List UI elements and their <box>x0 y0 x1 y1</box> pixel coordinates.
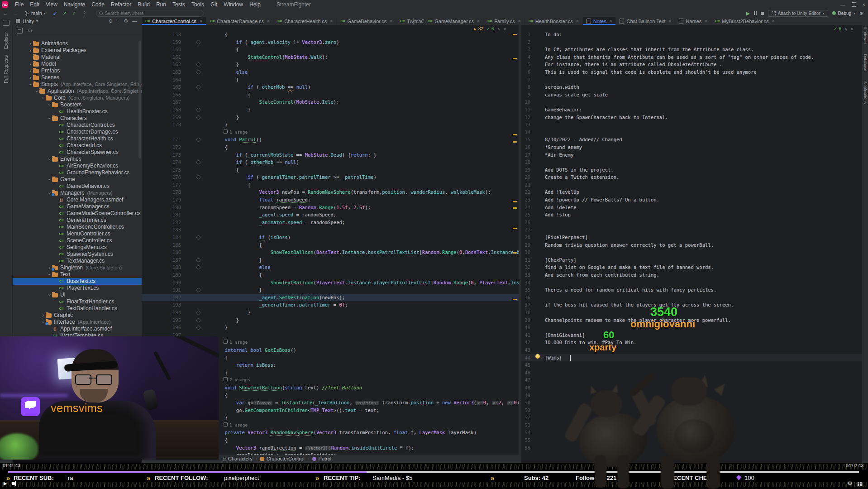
tree-item-enemies[interactable]: ›Enemies <box>12 156 142 163</box>
overlay-settings-icon[interactable]: ⚙ <box>847 480 853 487</box>
panel-settings-icon[interactable]: ⚙ <box>124 18 128 24</box>
tool-window-icon[interactable] <box>3 20 10 26</box>
tool-tab-pull-requests[interactable]: Pull Requests <box>4 55 9 83</box>
tab-close-icon[interactable]: × <box>610 19 612 24</box>
menu-window[interactable]: Window <box>220 1 246 8</box>
breadcrumb-item-charactercontrol[interactable]: CharacterControl <box>260 456 305 461</box>
menu-tests[interactable]: Tests <box>169 1 188 8</box>
menu-build[interactable]: Build <box>134 1 153 8</box>
tree-item-model[interactable]: ›Model <box>12 61 142 67</box>
maximize-icon[interactable] <box>852 2 856 7</box>
run-icon[interactable]: ▶ <box>746 11 750 16</box>
project-scrollbar[interactable] <box>138 41 141 158</box>
tree-item-scripts[interactable]: ›Scripts(App.Interface, Core.Singleton, … <box>12 81 142 88</box>
tree-item-textmanager-cs[interactable]: ›C#TextManager.cs <box>12 258 142 264</box>
tab-names[interactable]: Names× <box>675 17 711 25</box>
tree-item-floattexthandler-cs[interactable]: ›C#FloatTextHandler.cs <box>12 298 142 305</box>
tab-close-icon[interactable]: × <box>200 19 202 24</box>
tree-item-animations[interactable]: ›Animations <box>12 40 142 47</box>
push-icon[interactable]: ↗ <box>62 10 67 16</box>
tree-item-text[interactable]: ›Text <box>12 271 142 278</box>
tool-tab-explorer[interactable]: Explorer <box>4 32 9 49</box>
tree-item-characterid-cs[interactable]: ›C#CharacterId.cs <box>12 142 142 149</box>
stop-icon[interactable] <box>761 12 764 15</box>
locate-icon[interactable]: ⊙ <box>109 18 113 24</box>
tree-item-characters[interactable]: ›Characters <box>12 115 142 122</box>
overlay-grid-icon[interactable] <box>858 482 862 486</box>
tab-characterhealth-cs[interactable]: C#CharacterHealth.cs× <box>274 17 337 25</box>
tree-item-prefabs[interactable]: ›Prefabs <box>12 67 142 74</box>
tree-item-ui[interactable]: ›Ui <box>12 292 142 298</box>
scratches-icon[interactable] <box>17 28 23 34</box>
project-panel-header[interactable]: Unity ▾ ⊙ ÷ ⚙ — <box>12 17 142 25</box>
collapse-all-icon[interactable]: ÷ <box>117 18 119 24</box>
hide-panel-icon[interactable]: — <box>132 18 137 24</box>
tab-gamemanager-cs[interactable]: C#GameManager.cs× <box>424 17 484 25</box>
tree-item-material[interactable]: ›Material <box>12 54 142 61</box>
close-icon[interactable]: × <box>863 2 865 7</box>
tab-close-icon[interactable]: × <box>267 19 270 24</box>
menu-git[interactable]: Git <box>207 1 220 8</box>
menu-view[interactable]: View <box>43 1 61 8</box>
tab-myburst2behavior-cs[interactable]: C#MyBurst2Behavior.cs× <box>711 17 778 25</box>
tree-item-interface[interactable]: ›Interface(App.Interface) <box>12 319 142 326</box>
tree-item-characterspawner-cs[interactable]: ›C#CharacterSpawner.cs <box>12 149 142 156</box>
tree-item-airenemybehavior-cs[interactable]: ›C#AirEnemyBehavior.cs <box>12 163 142 169</box>
commit-check-icon[interactable]: ✓ <box>72 10 76 16</box>
menu-refactor[interactable]: Refactor <box>108 1 134 8</box>
tree-item-external-packages[interactable]: ›External Packages <box>12 47 142 54</box>
update-project-icon[interactable]: ↙ <box>53 10 57 16</box>
tree-item-app-interface-asmdef[interactable]: ›{}App.Interface.asmdef <box>12 326 142 332</box>
tab-close-icon[interactable]: × <box>705 19 707 24</box>
breadcrumb-item-characters[interactable]: {}Characters <box>223 456 253 461</box>
tree-item-managers[interactable]: ›Managers(Managers) <box>12 190 142 197</box>
play-icon[interactable]: ▶ <box>4 481 7 486</box>
tab-close-icon[interactable]: × <box>477 19 480 24</box>
tree-item-settingsmenu-cs[interactable]: ›C#SettingsMenu.cs <box>12 244 142 251</box>
debug-config-button[interactable]: Debug ▾ <box>832 11 855 16</box>
tab-close-icon[interactable]: × <box>330 19 333 24</box>
tree-item-boosters[interactable]: ›Boosters <box>12 101 142 108</box>
tab-close-icon[interactable]: × <box>518 19 521 24</box>
search-input[interactable]: Search everywhere <box>96 10 204 17</box>
menu-help[interactable]: Help <box>246 1 264 8</box>
tree-item-application[interactable]: ›Application(App.Interface, Core.Singlet… <box>12 88 142 95</box>
tree-item-generaltimer-cs[interactable]: ›C#GeneralTimer.cs <box>12 217 142 224</box>
notes-inspection-widget[interactable]: ✓ 6 ∧∨ <box>832 26 855 32</box>
pause-icon[interactable] <box>754 11 757 15</box>
menu-navigate[interactable]: Navigate <box>61 1 88 8</box>
git-branch-widget[interactable]: main ▾ <box>25 10 46 16</box>
inspection-widget[interactable]: ▲ 32 ✓ 6 ∧∨ <box>471 26 508 32</box>
tree-item-textballonhandler-cs[interactable]: ›C#TextBallonHandler.cs <box>12 305 142 312</box>
tree-item-gamebehavior-cs[interactable]: ›C#GameBehavior.cs <box>12 183 142 190</box>
menu-run[interactable]: Run <box>153 1 169 8</box>
tree-item-playertext-cs[interactable]: ›C#PlayerText.cs <box>12 285 142 292</box>
tool-tab-notifications[interactable]: Notifications <box>863 82 868 104</box>
tree-item-core[interactable]: ›Core(Core.Singleton, Managers) <box>12 95 142 101</box>
settings-gear-icon[interactable]: ⚙ <box>859 11 863 16</box>
tree-item-singleton[interactable]: ›Singleton(Core.Singleton) <box>12 264 142 271</box>
menu-edit[interactable]: Edit <box>27 1 43 8</box>
tab-characterdamage-cs[interactable]: C#CharacterDamage.cs× <box>206 17 274 25</box>
attach-to-unity-button[interactable]: Attach to Unity Editor ▾ <box>768 10 828 17</box>
tree-item-gamemanager-cs[interactable]: ›C#GameManager.cs <box>12 203 142 210</box>
tree-item-scenecontroller-cs[interactable]: ›C#SceneController.cs <box>12 237 142 244</box>
back-icon[interactable]: ← <box>3 10 8 16</box>
tab-charactercontrol-cs[interactable]: C#CharacterControl.cs× <box>142 17 206 25</box>
more-actions-icon[interactable]: ⋮ <box>82 10 87 16</box>
minimize-icon[interactable]: — <box>840 2 845 7</box>
tree-item-characterdamage-cs[interactable]: ›C#CharacterDamage.cs <box>12 129 142 135</box>
tree-item-game[interactable]: ›Game <box>12 176 142 183</box>
breadcrumb-item-patrol[interactable]: Patrol <box>312 456 332 461</box>
tab-gamebehavior-cs[interactable]: C#GameBehavior.cs× <box>337 17 396 25</box>
speaker-icon[interactable] <box>12 482 14 485</box>
tab-notes[interactable]: Notes× <box>583 17 616 25</box>
tree-item-healthbooster-cs[interactable]: ›C#HealthBooster.cs <box>12 108 142 115</box>
tab-close-icon[interactable]: × <box>668 19 671 24</box>
tree-search-icon[interactable] <box>28 29 32 32</box>
menu-file[interactable]: File <box>12 1 27 8</box>
tree-item-bosstext-cs[interactable]: ›C#BossText.cs <box>12 278 142 285</box>
tree-item-menucontroller-cs[interactable]: ›C#MenuController.cs <box>12 230 142 237</box>
tree-item-gamemodescenecontroller-cs[interactable]: ›C#GameModeSceneController.cs <box>12 210 142 217</box>
tab-family-cs[interactable]: C#Family.cs× <box>484 17 525 25</box>
